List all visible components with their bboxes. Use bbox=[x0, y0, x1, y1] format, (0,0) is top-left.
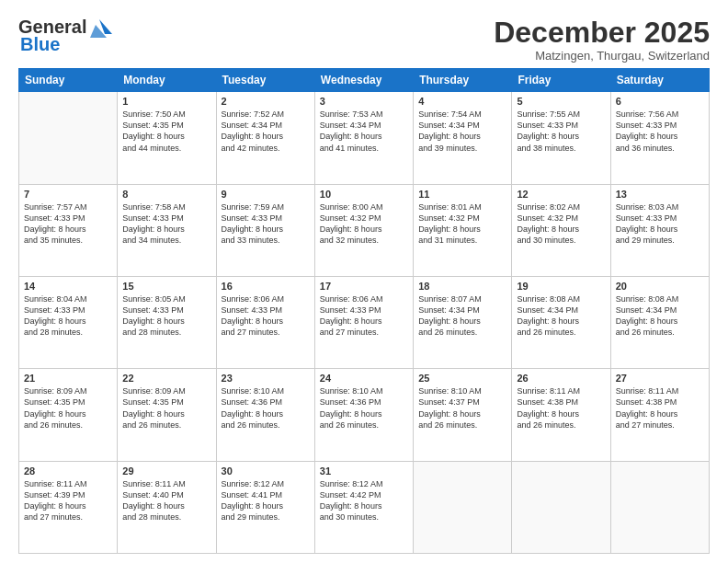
weekday-header-monday: Monday bbox=[118, 69, 216, 92]
calendar-cell: 4Sunrise: 7:54 AM Sunset: 4:34 PM Daylig… bbox=[414, 92, 512, 184]
calendar-cell bbox=[414, 461, 512, 553]
day-detail: Sunrise: 7:59 AM Sunset: 4:33 PM Dayligh… bbox=[222, 201, 310, 247]
day-detail: Sunrise: 8:04 AM Sunset: 4:33 PM Dayligh… bbox=[24, 293, 112, 339]
calendar-cell: 2Sunrise: 7:52 AM Sunset: 4:34 PM Daylig… bbox=[216, 92, 314, 184]
day-number: 6 bbox=[616, 96, 704, 107]
day-detail: Sunrise: 8:02 AM Sunset: 4:32 PM Dayligh… bbox=[517, 201, 605, 247]
calendar-week-4: 28Sunrise: 8:11 AM Sunset: 4:39 PM Dayli… bbox=[19, 461, 710, 553]
calendar-cell: 12Sunrise: 8:02 AM Sunset: 4:32 PM Dayli… bbox=[512, 184, 610, 276]
calendar-cell bbox=[512, 461, 610, 553]
day-detail: Sunrise: 8:11 AM Sunset: 4:39 PM Dayligh… bbox=[24, 478, 112, 523]
calendar-cell: 7Sunrise: 7:57 AM Sunset: 4:33 PM Daylig… bbox=[19, 184, 118, 276]
calendar-cell: 16Sunrise: 8:06 AM Sunset: 4:33 PM Dayli… bbox=[216, 276, 314, 368]
day-number: 29 bbox=[122, 465, 210, 477]
day-number: 17 bbox=[320, 281, 408, 292]
calendar-cell: 21Sunrise: 8:09 AM Sunset: 4:35 PM Dayli… bbox=[19, 369, 118, 461]
logo-blue: Blue bbox=[18, 34, 60, 55]
header: General Blue December 2025 Matzingen, Th… bbox=[18, 17, 710, 63]
day-number: 24 bbox=[320, 373, 408, 384]
calendar-cell: 25Sunrise: 8:10 AM Sunset: 4:37 PM Dayli… bbox=[414, 369, 512, 461]
calendar-cell: 23Sunrise: 8:10 AM Sunset: 4:36 PM Dayli… bbox=[216, 369, 314, 461]
day-detail: Sunrise: 8:06 AM Sunset: 4:33 PM Dayligh… bbox=[320, 293, 408, 339]
calendar-cell: 6Sunrise: 7:56 AM Sunset: 4:33 PM Daylig… bbox=[610, 92, 709, 184]
day-number: 25 bbox=[418, 373, 506, 384]
calendar-cell: 19Sunrise: 8:08 AM Sunset: 4:34 PM Dayli… bbox=[512, 276, 610, 368]
day-number: 11 bbox=[418, 189, 506, 200]
day-number: 14 bbox=[24, 281, 112, 292]
day-detail: Sunrise: 8:08 AM Sunset: 4:34 PM Dayligh… bbox=[616, 293, 704, 339]
day-number: 7 bbox=[24, 189, 112, 200]
day-number: 16 bbox=[222, 281, 310, 292]
calendar-cell: 8Sunrise: 7:58 AM Sunset: 4:33 PM Daylig… bbox=[118, 184, 216, 276]
day-detail: Sunrise: 8:12 AM Sunset: 4:42 PM Dayligh… bbox=[320, 478, 408, 523]
calendar-cell: 28Sunrise: 8:11 AM Sunset: 4:39 PM Dayli… bbox=[19, 461, 118, 553]
day-number: 10 bbox=[320, 189, 408, 200]
day-detail: Sunrise: 8:11 AM Sunset: 4:38 PM Dayligh… bbox=[616, 385, 704, 431]
day-detail: Sunrise: 8:01 AM Sunset: 4:32 PM Dayligh… bbox=[418, 201, 506, 247]
day-number: 13 bbox=[616, 189, 704, 200]
logo: General Blue bbox=[18, 17, 112, 55]
day-detail: Sunrise: 8:05 AM Sunset: 4:33 PM Dayligh… bbox=[122, 293, 210, 339]
calendar-cell: 11Sunrise: 8:01 AM Sunset: 4:32 PM Dayli… bbox=[414, 184, 512, 276]
calendar-cell: 9Sunrise: 7:59 AM Sunset: 4:33 PM Daylig… bbox=[216, 184, 314, 276]
calendar-header-row: SundayMondayTuesdayWednesdayThursdayFrid… bbox=[19, 69, 710, 92]
calendar-cell: 5Sunrise: 7:55 AM Sunset: 4:33 PM Daylig… bbox=[512, 92, 610, 184]
day-detail: Sunrise: 7:54 AM Sunset: 4:34 PM Dayligh… bbox=[418, 109, 506, 154]
day-detail: Sunrise: 8:12 AM Sunset: 4:41 PM Dayligh… bbox=[222, 478, 310, 523]
calendar-week-0: 1Sunrise: 7:50 AM Sunset: 4:35 PM Daylig… bbox=[19, 92, 710, 184]
day-detail: Sunrise: 8:10 AM Sunset: 4:36 PM Dayligh… bbox=[222, 385, 310, 431]
calendar-cell bbox=[19, 92, 118, 184]
day-detail: Sunrise: 8:10 AM Sunset: 4:36 PM Dayligh… bbox=[320, 385, 408, 431]
day-number: 1 bbox=[122, 96, 210, 107]
day-number: 27 bbox=[616, 373, 704, 384]
day-number: 22 bbox=[122, 373, 210, 384]
logo-icon bbox=[86, 17, 112, 38]
day-detail: Sunrise: 8:00 AM Sunset: 4:32 PM Dayligh… bbox=[320, 201, 408, 247]
calendar-cell: 24Sunrise: 8:10 AM Sunset: 4:36 PM Dayli… bbox=[314, 369, 413, 461]
calendar-cell: 17Sunrise: 8:06 AM Sunset: 4:33 PM Dayli… bbox=[314, 276, 413, 368]
day-number: 31 bbox=[320, 465, 408, 477]
calendar-cell: 26Sunrise: 8:11 AM Sunset: 4:38 PM Dayli… bbox=[512, 369, 610, 461]
calendar-cell: 30Sunrise: 8:12 AM Sunset: 4:41 PM Dayli… bbox=[216, 461, 314, 553]
calendar-cell: 1Sunrise: 7:50 AM Sunset: 4:35 PM Daylig… bbox=[118, 92, 216, 184]
calendar-cell: 10Sunrise: 8:00 AM Sunset: 4:32 PM Dayli… bbox=[314, 184, 413, 276]
calendar-cell: 3Sunrise: 7:53 AM Sunset: 4:34 PM Daylig… bbox=[314, 92, 413, 184]
day-number: 2 bbox=[222, 96, 310, 107]
day-number: 26 bbox=[517, 373, 605, 384]
month-title: December 2025 bbox=[494, 17, 710, 49]
day-detail: Sunrise: 8:11 AM Sunset: 4:40 PM Dayligh… bbox=[122, 478, 210, 523]
weekday-header-tuesday: Tuesday bbox=[216, 69, 314, 92]
day-detail: Sunrise: 8:09 AM Sunset: 4:35 PM Dayligh… bbox=[122, 385, 210, 431]
calendar-cell: 20Sunrise: 8:08 AM Sunset: 4:34 PM Dayli… bbox=[610, 276, 709, 368]
calendar-cell bbox=[610, 461, 709, 553]
day-detail: Sunrise: 8:11 AM Sunset: 4:38 PM Dayligh… bbox=[517, 385, 605, 431]
calendar-cell: 13Sunrise: 8:03 AM Sunset: 4:33 PM Dayli… bbox=[610, 184, 709, 276]
day-number: 15 bbox=[122, 281, 210, 292]
day-detail: Sunrise: 8:07 AM Sunset: 4:34 PM Dayligh… bbox=[418, 293, 506, 339]
day-detail: Sunrise: 7:58 AM Sunset: 4:33 PM Dayligh… bbox=[122, 201, 210, 247]
location: Matzingen, Thurgau, Switzerland bbox=[494, 49, 710, 63]
weekday-header-sunday: Sunday bbox=[19, 69, 118, 92]
calendar-week-2: 14Sunrise: 8:04 AM Sunset: 4:33 PM Dayli… bbox=[19, 276, 710, 368]
day-number: 19 bbox=[517, 281, 605, 292]
day-detail: Sunrise: 7:57 AM Sunset: 4:33 PM Dayligh… bbox=[24, 201, 112, 247]
day-detail: Sunrise: 7:52 AM Sunset: 4:34 PM Dayligh… bbox=[222, 109, 310, 154]
weekday-header-friday: Friday bbox=[512, 69, 610, 92]
day-number: 28 bbox=[24, 465, 112, 477]
weekday-header-saturday: Saturday bbox=[610, 69, 709, 92]
day-number: 20 bbox=[616, 281, 704, 292]
day-number: 9 bbox=[222, 189, 310, 200]
day-detail: Sunrise: 8:08 AM Sunset: 4:34 PM Dayligh… bbox=[517, 293, 605, 339]
day-detail: Sunrise: 8:03 AM Sunset: 4:33 PM Dayligh… bbox=[616, 201, 704, 247]
day-number: 23 bbox=[222, 373, 310, 384]
day-detail: Sunrise: 8:09 AM Sunset: 4:35 PM Dayligh… bbox=[24, 385, 112, 431]
calendar-cell: 27Sunrise: 8:11 AM Sunset: 4:38 PM Dayli… bbox=[610, 369, 709, 461]
calendar-cell: 22Sunrise: 8:09 AM Sunset: 4:35 PM Dayli… bbox=[118, 369, 216, 461]
day-detail: Sunrise: 7:53 AM Sunset: 4:34 PM Dayligh… bbox=[320, 109, 408, 154]
title-block: December 2025 Matzingen, Thurgau, Switze… bbox=[494, 17, 710, 63]
day-number: 12 bbox=[517, 189, 605, 200]
day-detail: Sunrise: 7:56 AM Sunset: 4:33 PM Dayligh… bbox=[616, 109, 704, 154]
weekday-header-thursday: Thursday bbox=[414, 69, 512, 92]
calendar-week-3: 21Sunrise: 8:09 AM Sunset: 4:35 PM Dayli… bbox=[19, 369, 710, 461]
calendar-cell: 14Sunrise: 8:04 AM Sunset: 4:33 PM Dayli… bbox=[19, 276, 118, 368]
